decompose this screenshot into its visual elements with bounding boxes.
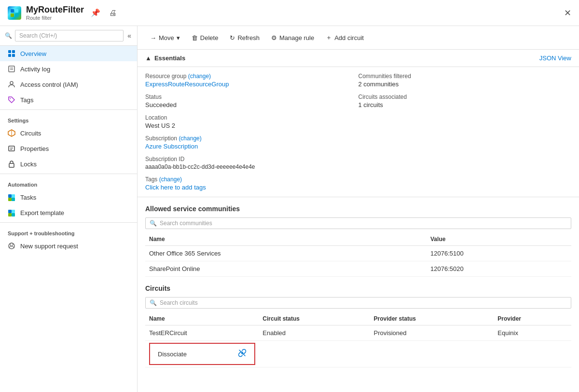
sidebar-item-label-iam: Access control (IAM) xyxy=(20,81,78,88)
sidebar-item-tasks[interactable]: Tasks xyxy=(0,189,137,205)
sidebar-item-label-properties: Properties xyxy=(20,145,49,152)
export-icon xyxy=(8,209,15,216)
sidebar-item-locks[interactable]: Locks xyxy=(0,156,137,172)
essentials-sub-id: Subscription ID aaaa0a0a-bb1b-cc2c-dd3d-… xyxy=(145,156,358,170)
svg-rect-1 xyxy=(12,50,15,53)
circuits-search-input[interactable] xyxy=(160,299,567,306)
sidebar-item-label-tasks: Tasks xyxy=(20,194,36,201)
communities-title: Allowed service communities xyxy=(145,205,571,213)
svg-rect-18 xyxy=(12,198,15,201)
sidebar-item-iam[interactable]: Access control (IAM) xyxy=(0,77,137,92)
delete-button[interactable]: 🗑 Delete xyxy=(187,32,223,44)
status-label: Status xyxy=(145,94,358,100)
circuits-icon xyxy=(8,129,15,137)
divider-2 xyxy=(0,174,137,174)
collapse-essentials-icon[interactable]: ▲ xyxy=(145,54,152,62)
overview-icon xyxy=(8,50,15,57)
communities-search-field: 🔍 xyxy=(145,217,571,229)
circuit-provider-1: Equinix xyxy=(494,325,571,341)
circuits-section: Circuits 🔍 Name Circuit status Provider … xyxy=(138,284,579,375)
rg-value-link[interactable]: ExpressRouteResourceGroup xyxy=(145,81,358,88)
circuits-associated-label: Circuits associated xyxy=(358,94,572,100)
essentials-resource-group: Resource group (change) ExpressRouteReso… xyxy=(145,73,358,88)
circuit-provider-status-1: Provisioned xyxy=(370,325,494,341)
sidebar: 🔍 « Overview xyxy=(0,26,138,392)
svg-point-8 xyxy=(10,98,11,99)
add-circuit-icon: ＋ xyxy=(326,33,332,42)
rg-label: Resource group (change) xyxy=(145,73,358,80)
json-view-link[interactable]: JSON View xyxy=(539,54,571,62)
move-icon: → xyxy=(150,34,156,41)
pin-button[interactable]: 📌 xyxy=(89,7,102,18)
sidebar-item-label-support: New support request xyxy=(20,243,78,250)
svg-point-24 xyxy=(10,243,13,246)
sidebar-item-label-export: Export template xyxy=(20,209,64,216)
communities-col-name: Name xyxy=(145,233,427,246)
nav-section-main: Overview Activity log xyxy=(0,46,137,108)
sidebar-item-overview[interactable]: Overview xyxy=(0,46,137,61)
print-button[interactable]: 🖨 xyxy=(107,8,119,18)
essentials-circuits-associated: Circuits associated 1 circuits xyxy=(358,94,572,108)
dissociate-icon xyxy=(238,349,247,359)
move-button[interactable]: → Move ▾ xyxy=(145,32,185,44)
location-value: West US 2 xyxy=(145,122,358,129)
search-input[interactable] xyxy=(15,30,124,41)
communities-table: Name Value Other Office 365 Services 120… xyxy=(145,233,571,277)
essentials-tags: Tags (change) Click here to add tags xyxy=(145,176,358,191)
add-circuit-button[interactable]: ＋ Add circuit xyxy=(321,31,369,44)
activity-icon xyxy=(8,65,15,73)
svg-rect-19 xyxy=(8,210,12,213)
svg-rect-21 xyxy=(8,213,12,216)
section-label-settings: Settings xyxy=(0,112,137,125)
svg-rect-0 xyxy=(8,50,11,53)
tags-value-link[interactable]: Click here to add tags xyxy=(145,184,358,191)
svg-line-25 xyxy=(239,350,245,356)
circuit-status-1: Enabled xyxy=(259,325,370,341)
delete-icon: 🗑 xyxy=(192,34,198,41)
community-value-2: 12076:5020 xyxy=(427,261,571,277)
search-icon: 🔍 xyxy=(5,32,12,39)
sidebar-item-label-activity: Activity log xyxy=(20,66,50,73)
sidebar-item-properties[interactable]: Properties xyxy=(0,141,137,156)
tags-change-link[interactable]: (change) xyxy=(159,176,182,183)
svg-rect-15 xyxy=(8,194,12,198)
support-icon xyxy=(8,242,15,250)
content-area: → Move ▾ 🗑 Delete ↻ Refresh ⚙ Manage rul… xyxy=(138,26,579,392)
svg-rect-16 xyxy=(12,194,15,198)
collapse-button[interactable]: « xyxy=(126,31,132,41)
refresh-button[interactable]: ↻ Refresh xyxy=(225,32,264,44)
sub-change-link[interactable]: (change) xyxy=(179,135,201,142)
top-bar-actions: ✕ xyxy=(564,8,571,18)
sidebar-item-tags[interactable]: Tags xyxy=(0,92,137,108)
sidebar-item-circuits[interactable]: Circuits xyxy=(0,125,137,141)
properties-icon xyxy=(8,145,15,152)
dissociate-label[interactable]: Dissociate xyxy=(158,351,187,358)
circuits-col-provider: Provider xyxy=(494,312,571,325)
circuits-table: Name Circuit status Provider status Prov… xyxy=(145,312,571,367)
sidebar-item-activity-log[interactable]: Activity log xyxy=(0,61,137,77)
sub-id-value: aaaa0a0a-bb1b-cc2c-dd3d-eeeeee4e4e4e xyxy=(145,163,358,170)
circuits-associated-value: 1 circuits xyxy=(358,101,572,108)
circuit-name-1: TestERCircuit xyxy=(145,325,259,341)
communities-search-input[interactable] xyxy=(160,220,567,227)
close-button[interactable]: ✕ xyxy=(564,8,571,18)
section-label-automation: Automation xyxy=(0,176,137,189)
communities-col-value: Value xyxy=(427,233,571,246)
divider-1 xyxy=(0,109,137,110)
manage-rule-button[interactable]: ⚙ Manage rule xyxy=(266,32,319,44)
svg-rect-22 xyxy=(12,213,15,216)
circuits-search-icon: 🔍 xyxy=(150,299,157,306)
sub-value-link[interactable]: Azure Subscription xyxy=(145,143,358,150)
sidebar-item-export-template[interactable]: Export template xyxy=(0,205,137,220)
tasks-icon xyxy=(8,193,15,201)
sidebar-item-support[interactable]: New support request xyxy=(0,238,137,254)
locks-icon xyxy=(8,160,15,168)
refresh-icon: ↻ xyxy=(230,34,235,41)
sidebar-item-label-overview: Overview xyxy=(20,50,46,57)
circuits-search-field: 🔍 xyxy=(145,297,571,309)
essentials-status: Status Succeeded xyxy=(145,94,358,108)
community-row-2: SharePoint Online 12076:5020 xyxy=(145,261,571,277)
main-layout: 🔍 « Overview xyxy=(0,26,579,392)
svg-rect-3 xyxy=(12,54,15,57)
rg-change-link[interactable]: (change) xyxy=(188,73,211,80)
